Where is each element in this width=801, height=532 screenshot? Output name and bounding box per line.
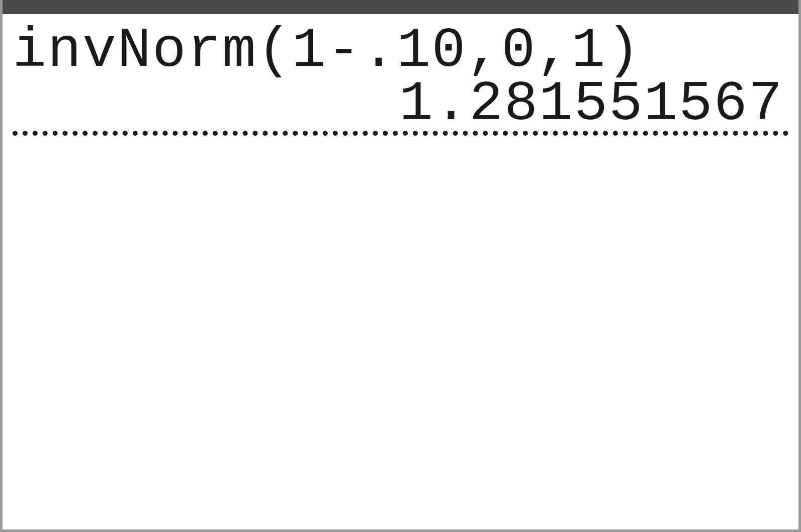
- calculator-screen[interactable]: invNorm(1-.10,0,1) 1.281551567: [3, 14, 798, 136]
- expression-result: 1.281551567: [13, 76, 788, 133]
- history-entry: invNorm(1-.10,0,1) 1.281551567: [13, 23, 788, 136]
- window-top-bar: [3, 0, 798, 14]
- expression-input: invNorm(1-.10,0,1): [13, 23, 788, 79]
